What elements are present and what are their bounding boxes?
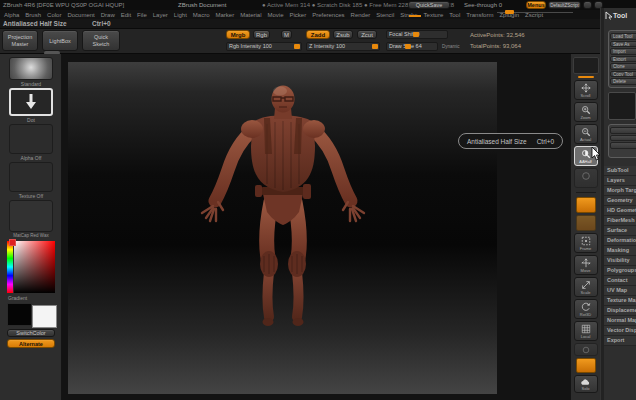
- subpalette-geometry[interactable]: Geometry: [604, 196, 636, 206]
- subpalette-surface[interactable]: Surface: [604, 226, 636, 236]
- move-3d-button[interactable]: Move: [574, 255, 598, 275]
- menu-render[interactable]: Render: [351, 12, 371, 18]
- gradient-label[interactable]: Gradient: [0, 295, 70, 301]
- default-zscript-button[interactable]: DefaultZScript: [548, 1, 581, 9]
- scroll-button[interactable]: Scroll: [574, 80, 598, 100]
- subpalette-subtool[interactable]: SubTool: [604, 166, 636, 176]
- zbrush-document[interactable]: [68, 62, 497, 394]
- zoom-doc-button[interactable]: [574, 168, 598, 188]
- subpalette-masking[interactable]: Masking: [604, 246, 636, 256]
- z-intensity-slider[interactable]: Z Intensity 100: [306, 42, 380, 51]
- menu-edit[interactable]: Edit: [121, 12, 131, 18]
- subpalette-normal-map[interactable]: Normal Map: [604, 316, 636, 326]
- menu-material[interactable]: Material: [240, 12, 261, 18]
- menu-texture[interactable]: Texture: [424, 12, 444, 18]
- sculpted-figure[interactable]: [193, 82, 373, 332]
- switch-color-button[interactable]: SwitchColor: [7, 329, 55, 337]
- dynamic-label[interactable]: Dynamic: [442, 44, 460, 49]
- current-brush-thumbnail[interactable]: [9, 57, 53, 80]
- focal-shift-handle[interactable]: [413, 32, 419, 37]
- menu-draw[interactable]: Draw: [101, 12, 115, 18]
- current-stroke-thumbnail[interactable]: [9, 88, 53, 116]
- menu-picker[interactable]: Picker: [290, 12, 307, 18]
- rgb-intensity-handle[interactable]: [294, 44, 300, 49]
- menu-transform[interactable]: Transform: [466, 12, 493, 18]
- document-canvas[interactable]: [62, 54, 570, 400]
- menu-stencil[interactable]: Stencil: [376, 12, 394, 18]
- transparency-button[interactable]: [576, 358, 596, 373]
- hue-strip[interactable]: [7, 241, 13, 293]
- lightbox-button[interactable]: LightBox: [42, 30, 78, 51]
- customize-pointer-icon[interactable]: [605, 11, 613, 20]
- menu-brush[interactable]: Brush: [25, 12, 41, 18]
- frame-button[interactable]: Frame: [574, 233, 598, 253]
- menu-marker[interactable]: Marker: [215, 12, 234, 18]
- rotate-3d-button[interactable]: Rot3D: [574, 299, 598, 319]
- zsub-toggle[interactable]: Zsub: [333, 30, 353, 39]
- copy-tool-button[interactable]: Copy Tool: [610, 71, 636, 78]
- menu-alpha[interactable]: Alpha: [4, 12, 19, 18]
- alternate-button[interactable]: Alternate: [7, 339, 55, 348]
- projection-master-button[interactable]: Projection Master: [2, 30, 38, 51]
- current-material-thumbnail[interactable]: [9, 200, 53, 232]
- draw-size-slider[interactable]: Draw Size 64: [386, 42, 438, 51]
- subpalette-deformation[interactable]: Deformation: [604, 236, 636, 246]
- focal-shift-slider[interactable]: Focal Shift 0: [386, 30, 448, 39]
- import-button[interactable]: Import: [610, 48, 636, 55]
- secondary-color-swatch[interactable]: [32, 305, 57, 328]
- subpalette-displacement[interactable]: Displacement Map: [604, 306, 636, 316]
- rgb-intensity-slider[interactable]: Rgb Intensity 100: [226, 42, 302, 51]
- subpalette-uv-map[interactable]: UV Map: [604, 286, 636, 296]
- zadd-toggle[interactable]: Zadd: [306, 30, 330, 39]
- menu-movie[interactable]: Movie: [268, 12, 284, 18]
- see-through-slider-handle[interactable]: [505, 10, 514, 14]
- subpalette-visibility[interactable]: Visibility: [604, 256, 636, 266]
- perspective-button[interactable]: [576, 197, 596, 213]
- local-symmetry-button[interactable]: Local: [574, 321, 598, 341]
- subpalette-fibermesh[interactable]: FiberMesh: [604, 216, 636, 226]
- subpalette-hd-geometry[interactable]: HD Geometry: [604, 206, 636, 216]
- actual-size-button[interactable]: Actual: [574, 124, 598, 144]
- scale-3d-button[interactable]: Scale: [574, 277, 598, 297]
- saturation-square[interactable]: [14, 241, 55, 293]
- menu-layer[interactable]: Layer: [153, 12, 168, 18]
- zoom-button[interactable]: Zoom: [574, 102, 598, 122]
- menu-color[interactable]: Color: [47, 12, 61, 18]
- subpalette-vector-disp[interactable]: Vector Displacement: [604, 326, 636, 336]
- mrgb-toggle[interactable]: Mrgb: [226, 30, 250, 39]
- floor-grid-button[interactable]: [576, 215, 596, 231]
- menus-toggle[interactable]: Menus: [526, 1, 546, 9]
- subpalette-export[interactable]: Export: [604, 336, 636, 346]
- render-preview-thumb[interactable]: [573, 57, 599, 74]
- clone-button[interactable]: Clone: [610, 63, 636, 70]
- menu-document[interactable]: Document: [67, 12, 94, 18]
- subpalette-layers[interactable]: Layers: [604, 176, 636, 186]
- menu-light[interactable]: Light: [174, 12, 187, 18]
- ghost-transparency-button[interactable]: [574, 343, 598, 356]
- draw-size-handle[interactable]: [405, 44, 411, 49]
- m-toggle[interactable]: M: [281, 30, 292, 39]
- tray-title[interactable]: Tool: [613, 12, 627, 19]
- menu-file[interactable]: File: [137, 12, 147, 18]
- subpalette-polygroups[interactable]: Polygroups: [604, 266, 636, 276]
- solo-button[interactable]: Solo: [574, 375, 598, 393]
- z-intensity-handle[interactable]: [372, 44, 378, 49]
- zcut-toggle[interactable]: Zcut: [357, 30, 377, 39]
- subpalette-morph-target[interactable]: Morph Target: [604, 186, 636, 196]
- load-tool-button[interactable]: Load Tool: [610, 33, 636, 40]
- delete-button[interactable]: Delete: [610, 78, 636, 85]
- color-picker[interactable]: [7, 241, 55, 293]
- active-tool-thumbnail[interactable]: [608, 92, 636, 120]
- titlebar-mini-button-1[interactable]: [583, 1, 592, 9]
- menu-macro[interactable]: Macro: [193, 12, 210, 18]
- rgb-toggle[interactable]: Rgb: [253, 30, 270, 39]
- quick-sketch-button[interactable]: Quick Sketch: [82, 30, 120, 51]
- current-texture-thumbnail[interactable]: [9, 162, 53, 192]
- save-as-button[interactable]: Save As: [610, 41, 636, 48]
- menu-preferences[interactable]: Preferences: [312, 12, 344, 18]
- export-button[interactable]: Export: [610, 56, 636, 63]
- main-color-swatch[interactable]: [7, 303, 32, 326]
- subpalette-contact[interactable]: Contact: [604, 276, 636, 286]
- menu-tool[interactable]: Tool: [449, 12, 460, 18]
- current-alpha-thumbnail[interactable]: [9, 124, 53, 154]
